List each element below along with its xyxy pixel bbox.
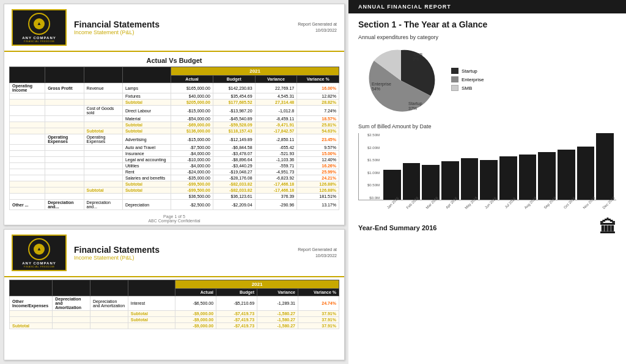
financial-table-1: 2021 Actual Budget Variance Variance % O… [9,67,339,210]
td-actual: $36,500.00 [171,194,213,200]
td-item-type [84,157,122,163]
td-variance: 4,545.31 [255,93,297,100]
td-type [45,93,84,100]
td-vpct: 16.26% [297,163,339,169]
td-item-type [84,145,122,151]
td-type: Gross Profit [45,83,84,93]
td-category [10,163,45,169]
td-item-type [84,181,122,187]
td2-budget: -$7,419.73 [216,311,257,317]
legend-smb-label: SMB [462,86,472,91]
td2-variance: -1,580.27 [257,311,298,317]
td-item: Depreciation [122,200,171,210]
td-item-type: Operating Expenses [84,134,122,145]
td-variance: 27,314.48 [255,100,297,106]
td-actual: -$15,000.00 [171,106,213,116]
report-subtitle: Income Statement (P&L) [74,29,298,35]
financial-table-2: 2021 Actual Budget Variance Variance % O… [9,280,339,329]
td-budget: -$8,896.64 [213,157,255,163]
th-variance-pct: Variance % [297,76,339,83]
td2-budget: -$7,419.73 [216,323,257,329]
td-vpct: 25.81% [297,122,339,128]
logo-inner-2: ▲ [34,244,45,255]
td2-actual: -$6,500.00 [175,296,216,311]
td-type [45,169,84,175]
td2-vpct: 37.91% [298,311,339,317]
th-item-type [84,67,122,83]
pie-legend: Startup Enterprise SMB [451,68,484,93]
td-budget: $177,685.52 [213,100,255,106]
td2-budget: -$7,419.73 [216,317,257,323]
td-item-type [84,169,122,175]
td2-budget: -$5,210.69 [216,296,257,311]
td-variance: -559.71 [255,163,297,169]
td-item-type [84,194,122,200]
td-variance: -1,103.36 [255,157,297,163]
td-vpct: 13.17% [297,200,339,210]
legend-startup-color [451,68,458,74]
td-actual: $205,000.00 [171,100,213,106]
td-type [45,116,84,122]
th-category [10,67,45,83]
td2-category: Subtotal [10,323,53,329]
td-actual: -$10,000.00 [171,157,213,163]
report-date: Report Generated at 10/03/2022 [298,21,337,34]
x-axis-labels: Jan 2016Feb 2016Mar 2016Apr 2016May 2016… [358,202,616,213]
legend-smb-color [451,85,458,91]
td-variance: -4,951.73 [255,169,297,175]
td-budget: -$59,528.09 [213,122,255,128]
td-item-type [84,93,122,100]
th-variance: Variance [255,76,297,83]
legend-enterprise-color [451,76,458,82]
td-type [45,106,84,116]
td-budget: $35,454.69 [213,93,255,100]
y-label-100: $1.00M [360,171,380,175]
td-budget: $118,157.43 [213,128,255,134]
td-variance: -17,842.57 [255,128,297,134]
bar-8 [538,152,556,200]
y-label-050: $0.50M [360,183,380,187]
legend-enterprise: Enterprise [451,76,484,82]
td-item: Subtotal [122,128,171,134]
td-type [45,128,84,134]
td-item: Auto and Travel [122,145,171,151]
td2-actual: -$9,000.00 [175,317,216,323]
th-type [45,67,84,83]
td2-item-type [90,311,128,317]
section-title: Section 1 - The Year at a Glance [358,20,616,29]
td-vpct: 28.82% [297,100,339,106]
bar-11 [596,133,614,200]
td-variance: -521.93 [255,151,297,157]
svg-text:54%: 54% [372,87,380,91]
td-type [45,145,84,151]
td-category [10,134,45,145]
td-item-type: Revenue [84,83,122,93]
year-header-2: 2021 [175,280,339,289]
td-budget: -$12,149.89 [213,134,255,145]
page-2-header: ▲ ANY COMPANY FINANCIAL FREEDOM Financia… [4,230,344,277]
td-actual: -$15,000.00 [171,134,213,145]
td-budget: $142,230.83 [213,83,255,93]
td-item: Material [122,116,171,122]
year-header: 2021 [171,67,339,76]
bars-container [381,133,616,200]
bar-2 [422,165,440,200]
td-vpct: 12.82% [297,93,339,100]
td2-item-type [90,317,128,323]
td-category [10,93,45,100]
td-vpct: 15.00% [297,151,339,157]
logo-2: ▲ ANY COMPANY FINANCIAL FREEDOM [12,235,67,271]
td-actual: -$7,500.00 [171,145,213,151]
page-header: ▲ ANY COMPANY FINANCIAL FREEDOM Financia… [4,4,344,52]
td-category [10,181,45,187]
td-item: Legal and accounting [122,157,171,163]
td-actual: -$99,500.00 [171,187,213,194]
td2-type: Depreciation and Amortization [53,296,90,311]
td-vpct: 9.57% [297,145,339,151]
logo: ▲ ANY COMPANY FINANCIAL FREEDOM [12,9,67,46]
td2-variance: -1,580.27 [257,317,298,323]
td-item-type: Cost of Goods sold [84,106,122,116]
page-2-card: ▲ ANY COMPANY FINANCIAL FREEDOM Financia… [4,229,345,360]
th2-item [128,280,175,296]
td2-vpct: 24.74% [298,296,339,311]
